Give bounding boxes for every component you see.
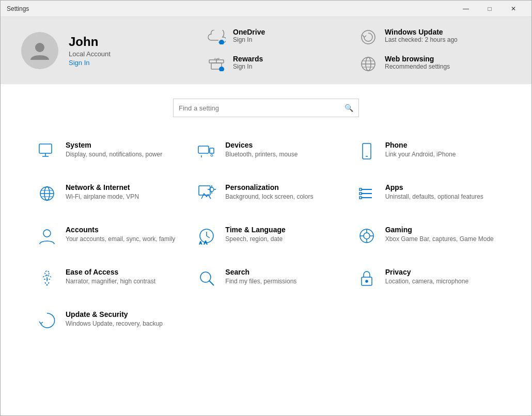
- svg-line-54: [47, 282, 49, 285]
- header-services: OneDrive Sign In Rewards S: [207, 28, 511, 73]
- phone-icon: [356, 141, 377, 162]
- maximize-button[interactable]: □: [478, 1, 502, 17]
- personalization-text: Personalization Background, lock screen,…: [225, 183, 313, 201]
- app-title: Settings: [7, 5, 454, 12]
- gaming-name: Gaming: [385, 226, 494, 234]
- ease-name: Ease of Access: [66, 268, 155, 276]
- setting-time[interactable]: A A Time & Language Speech, region, date: [191, 217, 340, 254]
- web-browsing-service[interactable]: Web browsing Recommended settings: [359, 55, 511, 73]
- accounts-desc: Your accounts, email, sync, work, family: [66, 235, 175, 244]
- svg-point-6: [362, 30, 375, 44]
- services-col-1: OneDrive Sign In Rewards S: [207, 28, 359, 73]
- setting-accounts[interactable]: Accounts Your accounts, email, sync, wor…: [32, 217, 181, 254]
- ease-icon: [37, 268, 57, 289]
- accounts-name: Accounts: [66, 226, 175, 234]
- web-browsing-sub: Recommended settings: [385, 63, 450, 70]
- web-browsing-icon: [359, 55, 378, 73]
- system-desc: Display, sound, notifications, power: [66, 150, 162, 159]
- gaming-icon: [356, 226, 377, 246]
- accounts-text: Accounts Your accounts, email, sync, wor…: [66, 226, 175, 244]
- svg-rect-37: [359, 197, 362, 199]
- rewards-service[interactable]: Rewards Sign In: [207, 55, 359, 73]
- windows-update-service[interactable]: Windows Update Last checked: 2 hours ago: [359, 28, 511, 46]
- window-controls: — □ ✕: [454, 1, 525, 17]
- network-desc: Wi-Fi, airplane mode, VPN: [66, 193, 139, 201]
- avatar-icon: [28, 39, 51, 62]
- personalization-desc: Background, lock screen, colors: [225, 193, 313, 201]
- sign-in-link[interactable]: Sign In: [69, 59, 89, 67]
- setting-update[interactable]: Update & Security Windows Update, recove…: [32, 302, 181, 339]
- devices-name: Devices: [225, 141, 298, 149]
- ease-desc: Narrator, magnifier, high contrast: [66, 277, 155, 286]
- onedrive-sub: Sign In: [233, 36, 265, 43]
- devices-icon: [196, 141, 217, 162]
- apps-name: Apps: [385, 183, 483, 191]
- windows-update-name: Windows Update: [385, 28, 458, 36]
- phone-text: Phone Link your Android, iPhone: [385, 141, 456, 159]
- onedrive-text: OneDrive Sign In: [233, 28, 265, 43]
- apps-icon: [356, 183, 377, 204]
- rewards-name: Rewards: [233, 55, 263, 63]
- svg-point-18: [211, 154, 213, 156]
- profile-name: John: [69, 35, 111, 49]
- windows-update-sub: Last checked: 2 hours ago: [385, 36, 458, 43]
- setting-ease[interactable]: Ease of Access Narrator, magnifier, high…: [32, 260, 181, 297]
- setting-devices[interactable]: Devices Bluetooth, printers, mouse: [191, 133, 340, 170]
- search-setting-name: Search: [225, 268, 296, 276]
- onedrive-icon: [207, 28, 226, 46]
- search-setting-icon: [196, 268, 217, 289]
- devices-text: Devices Bluetooth, printers, mouse: [225, 141, 298, 159]
- search-area: 🔍: [1, 84, 531, 127]
- onedrive-service[interactable]: OneDrive Sign In: [207, 28, 359, 46]
- svg-point-5: [219, 67, 224, 71]
- search-box[interactable]: 🔍: [173, 99, 359, 117]
- setting-apps[interactable]: Apps Uninstall, defaults, optional featu…: [351, 175, 500, 212]
- svg-point-0: [35, 43, 44, 52]
- network-icon: [37, 183, 57, 204]
- privacy-icon: [356, 268, 377, 289]
- gaming-text: Gaming Xbox Game Bar, captures, Game Mod…: [385, 226, 494, 244]
- windows-update-text: Windows Update Last checked: 2 hours ago: [385, 28, 458, 43]
- phone-desc: Link your Android, iPhone: [385, 150, 456, 159]
- windows-update-icon: [359, 28, 378, 46]
- system-text: System Display, sound, notifications, po…: [66, 141, 162, 159]
- svg-rect-35: [359, 188, 362, 190]
- avatar: [21, 32, 58, 69]
- time-text: Time & Language Speech, region, date: [225, 226, 285, 244]
- minimize-button[interactable]: —: [454, 1, 478, 17]
- svg-line-56: [209, 281, 214, 285]
- phone-name: Phone: [385, 141, 456, 149]
- search-setting-text: Search Find my files, permissions: [225, 268, 296, 286]
- ease-text: Ease of Access Narrator, magnifier, high…: [66, 268, 155, 286]
- privacy-text: Privacy Location, camera, microphone: [385, 268, 468, 286]
- svg-text:A: A: [199, 241, 202, 245]
- system-name: System: [66, 141, 162, 149]
- setting-gaming[interactable]: Gaming Xbox Game Bar, captures, Game Mod…: [351, 217, 500, 254]
- svg-text:A: A: [204, 240, 207, 245]
- setting-search[interactable]: Search Find my files, permissions: [191, 260, 340, 297]
- personalization-name: Personalization: [225, 183, 313, 191]
- setting-privacy[interactable]: Privacy Location, camera, microphone: [351, 260, 500, 297]
- svg-point-38: [43, 230, 51, 237]
- accounts-icon: [37, 226, 57, 246]
- apps-desc: Uninstall, defaults, optional features: [385, 193, 483, 201]
- profile-info: John Local Account Sign In: [69, 35, 111, 67]
- time-icon: A A: [196, 226, 217, 246]
- setting-personalization[interactable]: Personalization Background, lock screen,…: [191, 175, 340, 212]
- update-security-icon: [37, 310, 57, 331]
- svg-point-1: [219, 40, 224, 44]
- time-desc: Speech, region, date: [225, 235, 285, 244]
- rewards-text: Rewards Sign In: [233, 55, 263, 70]
- search-input[interactable]: [179, 104, 345, 112]
- onedrive-name: OneDrive: [233, 28, 265, 36]
- account-type: Local Account: [69, 50, 111, 58]
- close-button[interactable]: ✕: [502, 1, 525, 17]
- settings-grid: System Display, sound, notifications, po…: [1, 127, 531, 344]
- services-col-2: Windows Update Last checked: 2 hours ago: [359, 28, 511, 73]
- setting-network[interactable]: Network & Internet Wi-Fi, airplane mode,…: [32, 175, 181, 212]
- setting-system[interactable]: System Display, sound, notifications, po…: [32, 133, 181, 170]
- setting-phone[interactable]: Phone Link your Android, iPhone: [351, 133, 500, 170]
- rewards-icon: [207, 55, 226, 73]
- svg-point-50: [45, 271, 49, 275]
- title-bar: Settings — □ ✕: [1, 1, 531, 17]
